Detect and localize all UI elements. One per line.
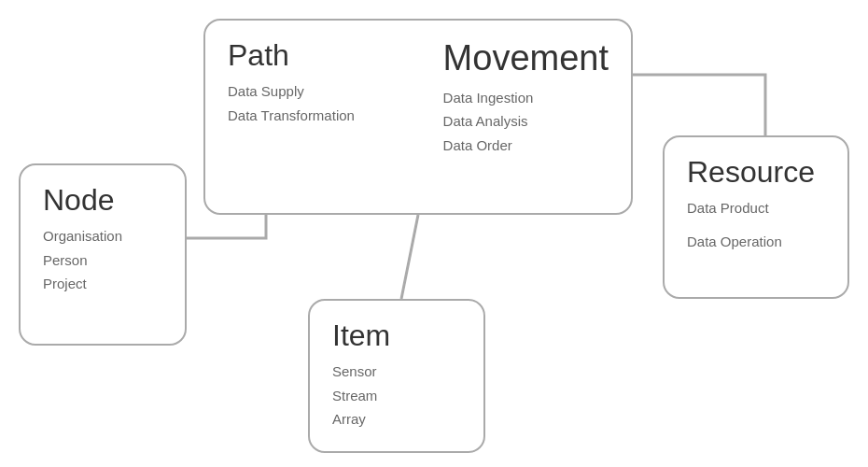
connector-path-item [401, 215, 418, 299]
diagram-container: Path Data Supply Data Transformation Mov… [0, 0, 868, 467]
path-title: Path [228, 39, 355, 72]
movement-item-1: Data Ingestion [443, 86, 609, 110]
node-title: Node [43, 184, 162, 217]
connector-node-path [187, 215, 266, 238]
node-item-3: Project [43, 272, 162, 296]
node-item-1: Organisation [43, 224, 162, 248]
item-title: Item [332, 319, 461, 352]
resource-item-1: Data Product [687, 196, 825, 220]
path-item-2: Data Transformation [228, 104, 355, 128]
movement-title: Movement [443, 39, 609, 78]
resource-box: Resource Data Product Data Operation [663, 135, 849, 299]
node-box: Node Organisation Person Project [19, 163, 187, 346]
item-item-3: Array [332, 407, 461, 432]
movement-item-2: Data Analysis [443, 109, 609, 134]
connector-path-resource [633, 75, 765, 135]
path-item-1: Data Supply [228, 79, 355, 104]
path-box: Path Data Supply Data Transformation Mov… [203, 19, 633, 215]
resource-item-2: Data Operation [687, 230, 825, 254]
item-item-2: Stream [332, 384, 461, 408]
resource-title: Resource [687, 156, 825, 189]
movement-item-3: Data Order [443, 134, 609, 158]
node-item-2: Person [43, 248, 162, 273]
resource-item-spacer [687, 220, 825, 230]
item-item-1: Sensor [332, 360, 461, 384]
item-box: Item Sensor Stream Array [308, 299, 485, 453]
